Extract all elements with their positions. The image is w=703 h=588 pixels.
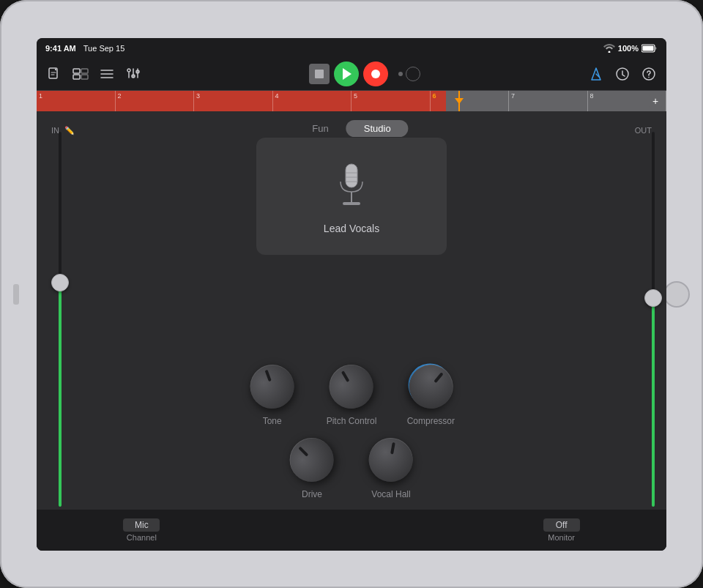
transport-extras [398,67,420,81]
count-circle [406,67,420,81]
vocal-hall-label: Vocal Hall [371,489,410,499]
side-button[interactable] [13,284,19,305]
channel-label: Channel [127,533,157,542]
compressor-label: Compressor [407,416,455,426]
fader-handle-out[interactable] [644,289,662,307]
add-track-button[interactable]: + [649,94,662,108]
svg-rect-1 [643,45,654,51]
status-left: 9:41 AM Tue Sep 15 [45,44,124,53]
microphone-icon [330,158,373,217]
out-label-text: OUT [635,126,652,135]
pitch-knob-container: Pitch Control [327,362,377,426]
knobs-row-1: Tone Pitch Control [248,362,456,426]
pitch-label: Pitch Control [327,416,377,426]
channel-value[interactable]: Mic [123,518,160,532]
svg-rect-15 [343,202,360,205]
knobs-row-2: Drive Vocal Hall [287,435,416,499]
fader-in-track [59,281,62,506]
in-label: IN ✏️ [51,126,75,135]
compressor-knob-wrapper[interactable] [406,362,455,412]
instrument-name: Lead Vocals [324,223,379,234]
drive-label: Drive [302,489,322,499]
ruler-section-2: 2 [116,91,195,111]
transport-controls [309,62,420,86]
vocal-hall-knob-container: Vocal Hall [366,435,416,499]
playhead[interactable] [458,91,460,111]
play-button[interactable] [334,62,359,86]
timeline-ruler: 1 2 3 4 5 6 7 8 + [37,91,666,111]
home-button[interactable] [663,281,690,308]
studio-mode-tab[interactable]: Studio [346,120,409,137]
history-button[interactable] [611,62,634,86]
toolbar [37,59,666,91]
instrument-display[interactable]: Lead Vocals [256,138,447,255]
ruler-section-6: 6 [431,91,510,111]
ruler-section-1: 1 [37,91,116,111]
edit-icon: ✏️ [64,126,75,135]
mode-tabs: Fun Studio [294,114,408,140]
fader-handle-in[interactable] [51,274,69,291]
monitor-section[interactable]: Off Monitor [456,510,666,551]
monitor-label: Monitor [548,533,575,542]
battery-icon [641,44,658,53]
drive-knob-container: Drive [287,435,337,499]
fader-out-track [652,300,655,507]
drive-knob-wrapper[interactable] [287,435,337,485]
status-right: 100% [603,44,658,53]
stop-button[interactable] [309,64,330,84]
new-song-button[interactable] [42,62,66,86]
svg-rect-4 [73,75,80,79]
tone-label: Tone [263,416,282,426]
fun-mode-tab[interactable]: Fun [294,120,346,137]
fader-out[interactable] [652,132,655,507]
main-area: Fun Studio IN ✏️ OUT [37,111,666,551]
wifi-icon [603,44,615,53]
status-bar: 9:41 AM Tue Sep 15 100% [37,38,666,59]
knobs-area: Tone Pitch Control [248,362,456,499]
channel-section[interactable]: Mic Channel [37,510,247,551]
bottom-bar: Mic Channel Off Monitor [37,510,666,551]
ruler-marks: 1 2 3 4 5 6 7 8 [37,91,666,111]
out-label: OUT [635,126,652,135]
list-button[interactable] [95,62,119,86]
help-button[interactable] [637,62,661,86]
ruler-section-5: 5 [352,91,431,111]
toolbar-left-group [42,62,145,86]
svg-rect-6 [81,75,88,79]
compressor-knob-container: Compressor [406,362,455,426]
toolbar-right-group [584,62,661,86]
monitor-value[interactable]: Off [543,518,580,532]
ipad-frame: 9:41 AM Tue Sep 15 100% [0,0,703,588]
ipad-screen: 9:41 AM Tue Sep 15 100% [37,38,666,551]
tracks-button[interactable] [69,62,92,86]
tone-knob-wrapper[interactable] [248,362,297,412]
svg-point-9 [648,77,650,78]
svg-rect-10 [346,164,357,187]
ruler-section-7: 7 [509,91,588,111]
svg-rect-3 [73,69,80,73]
timeline[interactable]: 1 2 3 4 5 6 7 8 + [37,91,666,111]
battery-level: 100% [618,44,639,53]
vocal-hall-knob-wrapper[interactable] [366,435,416,485]
count-dot [398,72,403,76]
status-date: Tue Sep 15 [83,44,124,53]
svg-rect-5 [81,69,88,73]
metronome-button[interactable] [584,62,608,86]
mixer-button[interactable] [122,62,145,86]
ruler-section-3: 3 [194,91,273,111]
tone-knob-container: Tone [248,362,297,426]
ruler-section-4: 4 [273,91,352,111]
status-time: 9:41 AM [45,44,76,53]
pitch-knob-wrapper[interactable] [327,362,376,412]
record-button[interactable] [363,62,388,86]
fader-in[interactable] [59,132,62,507]
